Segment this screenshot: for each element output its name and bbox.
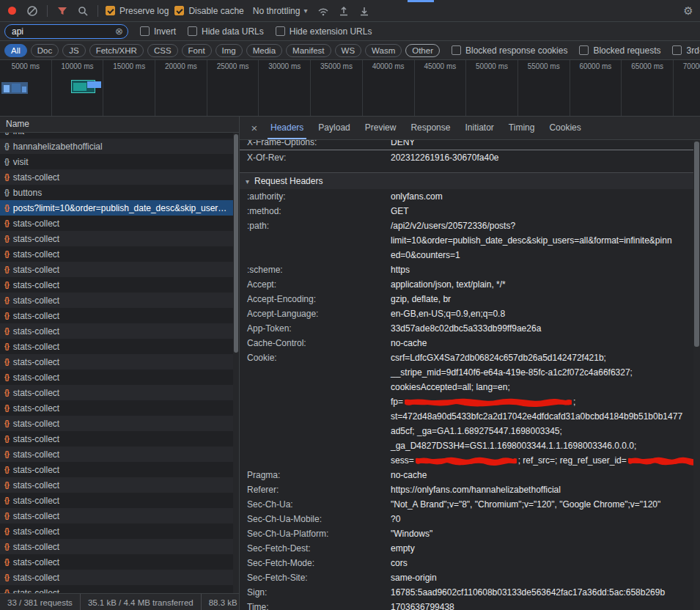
network-filter-input[interactable]: api ⊗ xyxy=(4,24,128,39)
network-conditions-button[interactable] xyxy=(316,4,331,18)
filter-chip-other[interactable]: Other xyxy=(405,44,440,57)
requests-scrollbar[interactable] xyxy=(233,133,239,593)
hide-data-urls-checkbox[interactable]: Hide data URLs xyxy=(188,26,264,37)
details-scrollbar[interactable] xyxy=(693,140,700,610)
header-row: :path:/api2/v2/users/20572336/posts?limi… xyxy=(240,218,693,262)
request-row[interactable]: {}stats-collect xyxy=(0,308,233,323)
request-row[interactable]: {}stats-collect xyxy=(0,462,233,477)
header-row: Accept-Language:en-GB,en-US;q=0.9,en;q=0… xyxy=(240,306,693,321)
request-row[interactable]: {}stats-collect xyxy=(0,216,233,231)
clear-icon xyxy=(26,5,38,17)
hide-extension-urls-checkbox[interactable]: Hide extension URLs xyxy=(276,26,372,37)
request-row[interactable]: {}stats-collect xyxy=(0,293,233,308)
request-name: stats-collect xyxy=(13,234,59,244)
header-name: Referer: xyxy=(247,482,391,497)
request-row[interactable]: {}stats-collect xyxy=(0,554,233,570)
clear-filter-icon[interactable]: ⊗ xyxy=(115,26,123,36)
filter-chip-ws[interactable]: WS xyxy=(335,44,362,57)
request-row[interactable]: {}stats-collect xyxy=(0,523,233,539)
request-name: stats-collect xyxy=(13,526,59,537)
request-row[interactable]: {}init xyxy=(0,133,233,139)
import-har-button[interactable] xyxy=(336,4,351,18)
invert-label: Invert xyxy=(154,26,176,37)
filter-chip-manifest[interactable]: Manifest xyxy=(286,44,331,57)
header-value-line: cors xyxy=(391,556,693,570)
header-row: Sign:16785:5aad9602cf110608b03133de56364… xyxy=(240,585,693,600)
header-value-text: "Windows" xyxy=(391,526,432,541)
filter-chip-media[interactable]: Media xyxy=(246,44,282,57)
filter-chip-css[interactable]: CSS xyxy=(147,44,178,57)
requests-column: Name {}init{}hannahelizabethofficial{}vi… xyxy=(0,117,240,610)
request-row[interactable]: {}stats-collect xyxy=(0,370,233,385)
third-party-requests-checkbox[interactable]: 3rd-party requests xyxy=(672,45,700,56)
request-headers-section[interactable]: ▾ Request Headers xyxy=(240,172,693,189)
request-row[interactable]: {}stats-collect xyxy=(0,493,233,508)
request-row[interactable]: {}stats-collect xyxy=(0,262,233,277)
request-row[interactable]: {}stats-collect xyxy=(0,585,233,593)
invert-checkbox[interactable]: Invert xyxy=(140,26,176,37)
clear-button[interactable] xyxy=(25,4,40,18)
request-row[interactable]: {}stats-collect xyxy=(0,246,233,262)
filter-chip-wasm[interactable]: Wasm xyxy=(365,44,402,57)
disable-cache-checkbox[interactable]: Disable cache xyxy=(174,6,243,16)
request-row[interactable]: {}buttons xyxy=(0,185,233,200)
blocked-requests-checkbox[interactable]: Blocked requests xyxy=(579,45,660,56)
request-row[interactable]: {}stats-collect xyxy=(0,400,233,416)
export-har-button[interactable] xyxy=(357,4,372,18)
header-value-line: en-GB,en-US;q=0.9,en;q=0.8 xyxy=(391,306,693,321)
request-row[interactable]: {}stats-collect xyxy=(0,169,233,185)
throttling-select[interactable]: No throttling ▾ xyxy=(250,6,311,16)
close-details-button[interactable]: × xyxy=(246,122,263,134)
request-row[interactable]: {}stats-collect xyxy=(0,539,233,554)
request-row[interactable]: {}stats-collect xyxy=(0,431,233,447)
tab-initiator[interactable]: Initiator xyxy=(457,117,501,139)
filter-chip-img[interactable]: Img xyxy=(215,44,243,57)
settings-button[interactable]: ⚙ xyxy=(681,4,696,18)
request-row[interactable]: {}stats-collect xyxy=(0,277,233,293)
tab-headers[interactable]: Headers xyxy=(263,117,311,139)
request-row[interactable]: {}stats-collect xyxy=(0,339,233,354)
request-row[interactable]: {}visit xyxy=(0,154,233,169)
request-row[interactable]: {}stats-collect xyxy=(0,570,233,585)
request-name: stats-collect xyxy=(13,295,59,306)
header-row: :scheme:https xyxy=(240,262,693,277)
scrollbar-thumb[interactable] xyxy=(694,142,699,347)
filter-chip-fetch-xhr[interactable]: Fetch/XHR xyxy=(89,44,144,57)
timeline-tick: 15000 ms xyxy=(103,60,155,116)
request-row[interactable]: {}stats-collect xyxy=(0,508,233,523)
request-row[interactable]: {}posts?limit=10&order=publish_date_desc… xyxy=(0,200,233,216)
scrollbar-thumb[interactable] xyxy=(234,134,238,353)
header-value-text: 1703636799438 xyxy=(391,600,454,610)
filter-chip-doc[interactable]: Doc xyxy=(31,44,59,57)
hide-data-urls-label: Hide data URLs xyxy=(202,26,264,37)
search-button[interactable] xyxy=(75,4,90,18)
name-column-header[interactable]: Name xyxy=(0,117,239,133)
header-name: Sign: xyxy=(247,585,391,600)
blocked-response-cookies-checkbox[interactable]: Blocked response cookies xyxy=(452,45,567,56)
tab-preview[interactable]: Preview xyxy=(358,117,404,139)
request-row[interactable]: {}stats-collect xyxy=(0,447,233,462)
tab-cookies[interactable]: Cookies xyxy=(542,117,588,139)
request-row[interactable]: {}stats-collect xyxy=(0,385,233,400)
request-row[interactable]: {}stats-collect xyxy=(0,416,233,431)
tab-payload[interactable]: Payload xyxy=(311,117,357,139)
request-row[interactable]: {}stats-collect xyxy=(0,231,233,246)
timeline-tick: 45000 ms xyxy=(415,60,467,116)
header-value-line: DENY xyxy=(391,140,693,150)
tab-timing[interactable]: Timing xyxy=(501,117,542,139)
timeline-overview[interactable]: 5000 ms10000 ms15000 ms20000 ms25000 ms3… xyxy=(0,60,700,117)
request-row[interactable]: {}stats-collect xyxy=(0,477,233,493)
filter-chip-font[interactable]: Font xyxy=(182,44,212,57)
header-row: Pragma:no-cache xyxy=(240,468,693,482)
filter-toggle-button[interactable] xyxy=(55,4,70,18)
request-row[interactable]: {}stats-collect xyxy=(0,323,233,339)
header-value-text: 202312261916-30670fa40e xyxy=(391,150,498,165)
checkbox-unchecked-icon xyxy=(672,45,682,55)
preserve-log-checkbox[interactable]: Preserve log xyxy=(106,6,169,16)
request-row[interactable]: {}stats-collect xyxy=(0,354,233,370)
filter-chip-js[interactable]: JS xyxy=(62,44,85,57)
filter-chip-all[interactable]: All xyxy=(4,44,27,57)
record-button[interactable] xyxy=(4,4,19,18)
tab-response[interactable]: Response xyxy=(403,117,457,139)
request-row[interactable]: {}hannahelizabethofficial xyxy=(0,139,233,154)
